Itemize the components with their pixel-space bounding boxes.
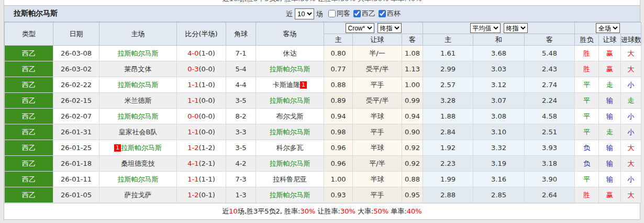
odds-handicap-cell: 半球 — [353, 172, 402, 187]
odds-selects-cell: Crow*终指 — [324, 23, 423, 34]
checkbox-label: 西乙 — [362, 9, 375, 18]
avg-type-select[interactable]: 平均值 — [470, 23, 501, 33]
score-cell: 4-1(2-1) — [177, 156, 226, 172]
score-cell: 0-3(0-0) — [177, 61, 226, 77]
score-fulltime: 1-2 — [187, 144, 198, 152]
filter-checkbox-西乙[interactable]: 西乙 — [353, 9, 375, 18]
score-halftime: (0-0) — [198, 65, 215, 73]
table-row: 西乙 26-01-31 皇家社会B队 1-1(0-0) 3-3 拉斯帕尔马斯 0… — [5, 124, 641, 140]
near-label: 近 — [286, 9, 293, 19]
checkbox-input[interactable] — [379, 10, 386, 17]
odds-home-cell: 0.94 — [324, 109, 353, 124]
result-goals-cell: 大 — [621, 156, 641, 172]
league-cell: 西乙 — [5, 93, 53, 109]
corners-cell: 7-1 — [226, 46, 256, 61]
odds-book-select[interactable]: Crow* — [346, 23, 374, 33]
score-halftime: (0-0) — [198, 97, 215, 104]
avg-home-cell: 1.61 — [423, 46, 473, 61]
filter-group: 近 10 场 同客西乙西杯 — [286, 6, 401, 22]
avg-final-select[interactable]: 终指 — [504, 23, 528, 33]
recent-matches-table: 类型 日期 主场 比分(半场) 角球 客场 Crow*终指 平均值终指 全场 主… — [4, 22, 641, 203]
score-fulltime: 1-2 — [187, 191, 198, 199]
league-cell: 西乙 — [5, 109, 53, 124]
home-team-cell: 桑坦德竞技 — [99, 156, 177, 172]
col-header-type: 类型 — [5, 23, 53, 46]
summary-bar: 近10场,胜3平5负2, 胜率:30% 让胜率:30% 大率:50% 单率:40… — [4, 203, 640, 219]
odds-away-cell: 0.90 — [402, 124, 423, 140]
checkbox-input[interactable] — [328, 10, 336, 17]
result-goals-cell: 小 — [621, 77, 641, 93]
result-wdl-cell: 负 — [575, 156, 599, 172]
col-header-result-handicap: 让球 — [599, 34, 621, 46]
checkbox-input[interactable] — [353, 10, 361, 17]
result-wdl-cell: 胜 — [575, 187, 599, 203]
corners-cell: 3-3 — [226, 124, 256, 140]
league-cell: 西乙 — [5, 124, 53, 140]
league-cell: 西乙 — [5, 77, 53, 93]
result-goals-cell: 小 — [621, 124, 641, 140]
avg-home-cell: 1.99 — [423, 172, 473, 187]
recent-games-select[interactable]: 10 — [295, 8, 314, 19]
team-name: 莱昂文体 — [125, 65, 152, 73]
team-name: 拉斯帕尔马斯 — [270, 65, 310, 73]
odds-handicap-cell: 受平/半 — [353, 61, 402, 77]
league-cell: 西乙 — [5, 46, 53, 61]
result-goals-cell: 小 — [621, 109, 641, 124]
avg-draw-cell: 3.68 — [473, 46, 525, 61]
odds-away-cell: 1.00 — [402, 77, 423, 93]
odds-home-cell: 0.88 — [324, 77, 353, 93]
team-name: 科尔多瓦 — [276, 144, 304, 152]
result-handicap-cell: 赢 — [599, 46, 621, 61]
avg-away-cell: 2.74 — [525, 77, 575, 93]
checkbox-label: 同客 — [337, 9, 350, 18]
team-name: 桑坦德竞技 — [121, 160, 155, 167]
result-wdl-cell: 平 — [575, 172, 599, 187]
result-wdl-cell: 胜 — [575, 61, 599, 77]
odds-away-cell: 0.92 — [402, 156, 423, 172]
col-header-avg-draw: 和 — [473, 34, 525, 46]
avg-away-cell: 2.24 — [525, 93, 575, 109]
team-name: 皇家社会B队 — [119, 128, 158, 136]
league-cell: 西乙 — [5, 140, 53, 156]
odds-home-cell: 0.80 — [324, 46, 353, 61]
date-cell: 26-02-22 — [53, 77, 99, 93]
result-wdl-cell: 平 — [575, 124, 599, 140]
team-name: 布尔戈斯 — [276, 112, 304, 120]
result-goals-cell: 大 — [621, 61, 641, 77]
col-header-corner: 角球 — [226, 23, 256, 46]
avg-away-cell: 3.93 — [525, 140, 575, 156]
score-fulltime: 4-1 — [187, 160, 198, 167]
panel-title-bar: 拉斯帕尔马斯 近 10 场 同客西乙西杯 — [4, 6, 640, 22]
odds-home-cell: 0.93 — [324, 187, 353, 203]
odds-home-cell: 0.98 — [324, 124, 353, 140]
avg-draw-cell: 3.12 — [473, 77, 525, 93]
date-cell: 26-01-25 — [53, 140, 99, 156]
avg-away-cell: 2.51 — [525, 124, 575, 140]
filter-checkbox-西杯[interactable]: 西杯 — [379, 9, 401, 18]
team-name: 萨拉戈萨 — [125, 191, 152, 199]
odds-final-select[interactable]: 终指 — [377, 23, 402, 33]
scope-select-cell: 全场 — [575, 23, 641, 34]
avg-away-cell: 2.43 — [525, 61, 575, 77]
avg-home-cell: 2.88 — [423, 187, 473, 203]
filter-checkbox-同客[interactable]: 同客 — [328, 9, 350, 18]
avg-home-cell: 2.99 — [423, 61, 473, 77]
team-name: 拉斯帕尔马斯 — [118, 49, 159, 57]
avg-draw-cell: 3.07 — [473, 93, 525, 109]
red-card-badge: 1 — [300, 81, 307, 89]
result-goals-cell: 走 — [621, 93, 641, 109]
corners-cell: 5-4 — [226, 61, 256, 77]
score-cell: 4-0(1-0) — [177, 46, 226, 61]
col-header-avg-away: 客 — [525, 34, 575, 46]
table-row: 西乙 26-03-08 拉斯帕尔马斯 4-0(1-0) 7-1 休达 0.80 … — [5, 46, 641, 61]
result-handicap-cell: 走 — [599, 77, 621, 93]
corners-cell: 8-2 — [226, 109, 256, 124]
score-halftime: (0-1) — [198, 191, 215, 199]
summary-segment: 近 — [222, 207, 229, 215]
summary-segment: 30% — [340, 207, 356, 215]
result-handicap-cell: 输 — [599, 156, 621, 172]
avg-home-cell: 2.57 — [423, 77, 473, 93]
result-handicap-cell: 输 — [599, 109, 621, 124]
scope-select[interactable]: 全场 — [596, 23, 620, 33]
odds-handicap-cell: 受平/半 — [353, 93, 402, 109]
